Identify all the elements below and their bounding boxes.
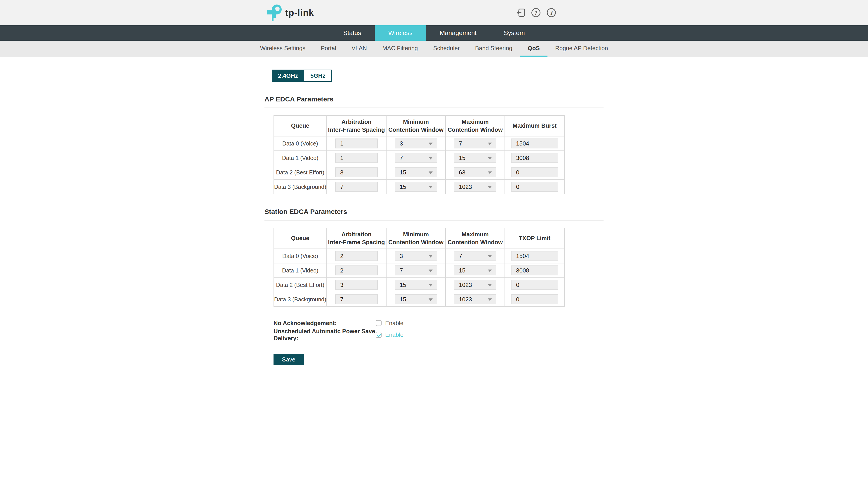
sta-background-aifs-input[interactable]: [335, 294, 378, 304]
col-queue: Queue: [274, 116, 327, 136]
subtab-wireless-settings[interactable]: Wireless Settings: [252, 41, 313, 57]
ap-background-max-cw-select[interactable]: 1023: [454, 182, 496, 192]
sta-voice-max-cw-select[interactable]: 7: [454, 251, 496, 261]
sta-voice-aifs-input[interactable]: [335, 251, 378, 261]
table-row: Data 1 (Video) 7 15: [274, 151, 564, 165]
chevron-down-icon: [429, 284, 433, 287]
queue-label: Data 3 (Background): [274, 292, 327, 306]
ap-video-max-burst-input[interactable]: [511, 153, 558, 163]
chevron-down-icon: [488, 157, 492, 160]
no-acknowledgement-enable-label: Enable: [385, 320, 403, 327]
queue-label: Data 3 (Background): [274, 180, 327, 194]
ap-video-min-cw-select[interactable]: 7: [395, 153, 437, 163]
col-queue: Queue: [274, 228, 327, 249]
subtab-rogue-ap-detection[interactable]: Rogue AP Detection: [548, 41, 616, 57]
tab-system[interactable]: System: [490, 25, 538, 41]
chevron-down-icon: [429, 157, 433, 160]
sta-besteffort-aifs-input[interactable]: [335, 280, 378, 290]
ap-video-max-cw-select[interactable]: 15: [454, 153, 496, 163]
ap-background-max-burst-input[interactable]: [511, 182, 558, 192]
sta-video-max-cw-select[interactable]: 15: [454, 265, 496, 275]
queue-label: Data 0 (Voice): [274, 136, 327, 151]
tp-link-logo: tp-link: [267, 4, 314, 21]
table-header-row: Queue ArbitrationInter-Frame Spacing Min…: [274, 228, 564, 249]
band-5ghz-button[interactable]: 5GHz: [304, 70, 332, 82]
subtab-vlan[interactable]: VLAN: [344, 41, 375, 57]
ap-besteffort-max-burst-input[interactable]: [511, 167, 558, 177]
chevron-down-icon: [429, 186, 433, 188]
table-row: Data 3 (Background) 15 1023: [274, 180, 564, 194]
subtab-scheduler[interactable]: Scheduler: [426, 41, 467, 57]
no-acknowledgement-checkbox[interactable]: [376, 320, 381, 326]
ap-voice-max-cw-select[interactable]: 7: [454, 138, 496, 149]
queue-label: Data 2 (Best Effort): [274, 278, 327, 292]
station-edca-table: Queue ArbitrationInter-Frame Spacing Min…: [274, 228, 565, 307]
sta-voice-txop-input[interactable]: [511, 251, 558, 261]
ap-edca-table: Queue ArbitrationInter-Frame Spacing Min…: [274, 115, 565, 194]
tab-status[interactable]: Status: [330, 25, 375, 41]
col-txop-limit: TXOP Limit: [505, 228, 564, 249]
station-edca-title: Station EDCA Parameters: [265, 208, 603, 216]
brand-name: tp-link: [285, 8, 314, 18]
queue-label: Data 1 (Video): [274, 263, 327, 278]
sta-besteffort-txop-input[interactable]: [511, 280, 558, 290]
sta-voice-min-cw-select[interactable]: 3: [395, 251, 437, 261]
chevron-down-icon: [488, 255, 492, 258]
upsd-checkbox[interactable]: [376, 332, 381, 338]
ap-besteffort-max-cw-select[interactable]: 63: [454, 167, 496, 177]
sta-background-max-cw-select[interactable]: 1023: [454, 294, 496, 304]
sta-background-min-cw-select[interactable]: 15: [395, 294, 437, 304]
sta-besteffort-min-cw-select[interactable]: 15: [395, 280, 437, 290]
no-acknowledgement-label: No Acknowledgement:: [274, 320, 376, 327]
col-max-cw: MaximumContention Window: [445, 228, 505, 249]
table-row: Data 0 (Voice) 3 7: [274, 249, 564, 263]
col-min-cw: MinimumContention Window: [386, 116, 445, 136]
table-row: Data 0 (Voice) 3 7: [274, 136, 564, 151]
subtab-band-steering[interactable]: Band Steering: [467, 41, 520, 57]
ap-background-aifs-input[interactable]: [335, 182, 378, 192]
upsd-enable-label: Enable: [385, 331, 403, 338]
sub-nav: Wireless Settings Portal VLAN MAC Filter…: [0, 41, 868, 57]
tp-link-logo-icon: [267, 4, 283, 21]
divider: [265, 220, 603, 221]
queue-label: Data 1 (Video): [274, 151, 327, 165]
table-header-row: Queue ArbitrationInter-Frame Spacing Min…: [274, 116, 564, 136]
chevron-down-icon: [488, 284, 492, 287]
table-row: Data 2 (Best Effort) 15 63: [274, 165, 564, 180]
upsd-row: Unscheduled Automatic Power Save Deliver…: [274, 330, 603, 339]
chevron-down-icon: [488, 269, 492, 272]
ap-besteffort-aifs-input[interactable]: [335, 167, 378, 177]
info-icon[interactable]: i: [546, 7, 557, 18]
sta-background-txop-input[interactable]: [511, 294, 558, 304]
ap-background-min-cw-select[interactable]: 15: [395, 182, 437, 192]
sta-video-min-cw-select[interactable]: 7: [395, 265, 437, 275]
chevron-down-icon: [429, 298, 433, 301]
subtab-portal[interactable]: Portal: [313, 41, 344, 57]
help-icon[interactable]: ?: [531, 7, 541, 18]
ap-voice-aifs-input[interactable]: [335, 138, 378, 149]
top-header: tp-link ? i: [0, 0, 868, 25]
main-nav: Status Wireless Management System: [0, 25, 868, 41]
ap-voice-min-cw-select[interactable]: 3: [395, 138, 437, 149]
ap-voice-max-burst-input[interactable]: [511, 138, 558, 149]
chevron-down-icon: [488, 186, 492, 188]
tab-wireless[interactable]: Wireless: [375, 25, 426, 41]
subtab-mac-filtering[interactable]: MAC Filtering: [375, 41, 426, 57]
svg-text:?: ?: [534, 10, 537, 16]
tab-management[interactable]: Management: [426, 25, 490, 41]
sta-video-aifs-input[interactable]: [335, 265, 378, 275]
sta-video-txop-input[interactable]: [511, 265, 558, 275]
col-aifs: ArbitrationInter-Frame Spacing: [327, 116, 386, 136]
ap-video-aifs-input[interactable]: [335, 153, 378, 163]
logout-icon[interactable]: [515, 7, 526, 18]
chevron-down-icon: [429, 269, 433, 272]
save-button[interactable]: Save: [274, 354, 304, 365]
subtab-qos[interactable]: QoS: [520, 41, 547, 57]
divider: [265, 107, 603, 108]
band-2-4ghz-button[interactable]: 2.4GHz: [272, 70, 304, 82]
queue-label: Data 2 (Best Effort): [274, 165, 327, 180]
chevron-down-icon: [429, 171, 433, 174]
chevron-down-icon: [488, 298, 492, 301]
sta-besteffort-max-cw-select[interactable]: 1023: [454, 280, 496, 290]
ap-besteffort-min-cw-select[interactable]: 15: [395, 167, 437, 177]
